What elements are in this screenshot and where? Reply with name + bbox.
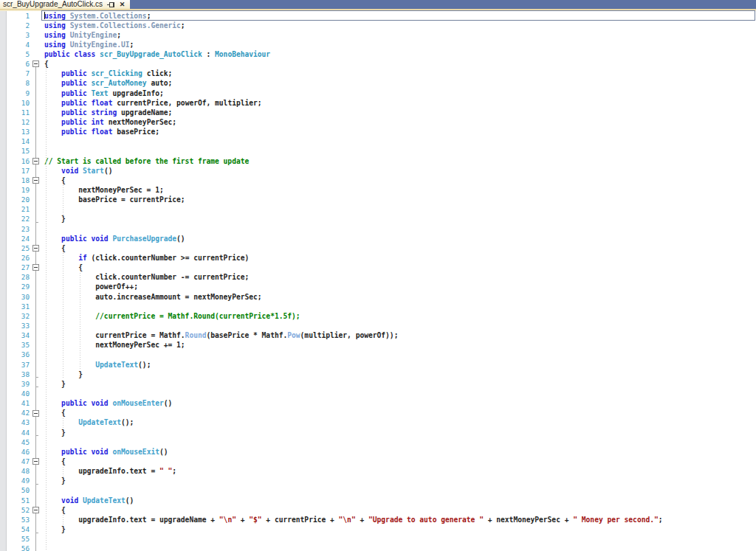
code-line[interactable]: 3using UnityEngine; bbox=[0, 30, 756, 40]
code-line[interactable]: 12 public int nextMoneyPerSec; bbox=[0, 117, 756, 127]
code-line[interactable]: 47 { bbox=[0, 457, 756, 466]
code-line[interactable]: 32 //currentPrice = Mathf.Round(currentP… bbox=[0, 311, 756, 321]
code-line[interactable]: 44 } bbox=[0, 428, 756, 437]
code-line[interactable]: 9 public Text upgradeInfo; bbox=[0, 89, 756, 98]
code-line[interactable]: 7 public scr_Clicking click; bbox=[0, 69, 756, 78]
line-number: 45 bbox=[0, 437, 30, 447]
code-text: powerOf++; bbox=[44, 282, 138, 291]
code-line[interactable]: 23 bbox=[0, 224, 756, 234]
code-line[interactable]: 33 bbox=[0, 321, 756, 330]
line-number: 30 bbox=[0, 292, 30, 302]
code-line[interactable]: 35 nextMoneyPerSec += 1; bbox=[0, 340, 756, 350]
code-line[interactable]: 49 } bbox=[0, 476, 756, 485]
code-text: nextMoneyPerSec += 1; bbox=[44, 340, 185, 350]
code-line[interactable]: 21 bbox=[0, 204, 756, 214]
code-line[interactable]: 38 } bbox=[0, 370, 756, 379]
fold-collapse-marker[interactable] bbox=[32, 458, 39, 465]
code-line[interactable]: 36 bbox=[0, 350, 756, 359]
code-line[interactable]: 10 public float currentPrice, powerOf, m… bbox=[0, 98, 756, 108]
code-line[interactable]: 18 { bbox=[0, 176, 756, 185]
code-text: } bbox=[44, 379, 66, 389]
code-line[interactable]: 45 bbox=[0, 437, 756, 447]
code-line[interactable]: 11 public string upgradeName; bbox=[0, 108, 756, 117]
code-line[interactable]: 28 click.counterNumber -= currentPrice; bbox=[0, 272, 756, 282]
fold-collapse-marker[interactable] bbox=[32, 158, 39, 164]
code-line[interactable]: 2using System.Collections.Generic; bbox=[0, 21, 756, 30]
code-line[interactable]: 4using UnityEngine.UI; bbox=[0, 40, 756, 49]
code-line[interactable]: 20 basePrice = currentPrice; bbox=[0, 195, 756, 204]
code-line[interactable]: 55 bbox=[0, 534, 756, 544]
fold-collapse-marker[interactable] bbox=[32, 507, 39, 513]
fold-region-end-tick bbox=[35, 435, 38, 436]
code-line[interactable]: 15 bbox=[0, 146, 756, 156]
fold-collapse-marker[interactable] bbox=[32, 245, 39, 252]
code-line[interactable]: 46 public void onMouseExit() bbox=[0, 447, 756, 457]
line-number: 3 bbox=[0, 30, 30, 40]
code-line[interactable]: 37 UpdateText(); bbox=[0, 360, 756, 370]
line-number: 19 bbox=[0, 185, 30, 195]
fold-region-end-tick bbox=[35, 222, 38, 223]
code-line[interactable]: 5public class scr_BuyUpgrade_AutoClick :… bbox=[0, 49, 756, 59]
code-line[interactable]: 6{ bbox=[0, 59, 756, 69]
code-line[interactable]: 13 public float basePrice; bbox=[0, 127, 756, 136]
code-line[interactable]: 30 auto.increaseAmmount = nextMoneyPerSe… bbox=[0, 292, 756, 302]
code-line[interactable]: 40 bbox=[0, 389, 756, 398]
line-number: 43 bbox=[0, 417, 30, 427]
code-line[interactable]: 17 void Start() bbox=[0, 166, 756, 176]
line-number: 37 bbox=[0, 360, 30, 370]
code-line[interactable]: 39 } bbox=[0, 379, 756, 389]
code-line[interactable]: 43 UpdateText(); bbox=[0, 417, 756, 427]
code-line[interactable]: 16// Start is called before the first fr… bbox=[0, 156, 756, 166]
code-line[interactable]: 19 nextMoneyPerSec = 1; bbox=[0, 185, 756, 195]
code-lines[interactable]: 1using System.Collections;2using System.… bbox=[0, 11, 756, 551]
line-number: 18 bbox=[0, 176, 30, 185]
code-line[interactable]: 48 upgradeInfo.text = " "; bbox=[0, 466, 756, 476]
indent-guide bbox=[63, 185, 63, 214]
fold-collapse-marker[interactable] bbox=[32, 410, 39, 417]
code-line[interactable]: 54 } bbox=[0, 524, 756, 534]
code-text: { bbox=[44, 408, 66, 417]
fold-region-end-tick bbox=[35, 377, 38, 378]
code-editor[interactable]: 1using System.Collections;2using System.… bbox=[0, 0, 756, 551]
line-number: 31 bbox=[0, 302, 30, 311]
code-line[interactable]: 51 void UpdateText() bbox=[0, 496, 756, 505]
code-line[interactable]: 8 public scr_AutoMoney auto; bbox=[0, 78, 756, 88]
code-line[interactable]: 50 bbox=[0, 485, 756, 495]
code-text: //currentPrice = Mathf.Round(currentPric… bbox=[44, 311, 300, 321]
code-line[interactable]: 52 { bbox=[0, 505, 756, 515]
code-text: basePrice = currentPrice; bbox=[44, 195, 185, 204]
line-number: 44 bbox=[0, 428, 30, 437]
line-number: 10 bbox=[0, 98, 30, 108]
line-number: 12 bbox=[0, 117, 30, 127]
code-line[interactable]: 56 bbox=[0, 544, 756, 551]
code-text: using UnityEngine.UI; bbox=[44, 40, 134, 49]
code-line[interactable]: 25 { bbox=[0, 243, 756, 253]
line-number: 4 bbox=[0, 40, 30, 49]
code-text: } bbox=[44, 428, 66, 437]
code-line[interactable]: 31 bbox=[0, 302, 756, 311]
line-number: 46 bbox=[0, 447, 30, 457]
code-line[interactable]: 53 upgradeInfo.text = upgradeName + "\n"… bbox=[0, 515, 756, 524]
code-line[interactable]: 41 public void onMouseEnter() bbox=[0, 398, 756, 408]
line-number: 40 bbox=[0, 389, 30, 398]
code-line[interactable]: 22 } bbox=[0, 214, 756, 223]
code-text: { bbox=[44, 176, 66, 185]
fold-region-end-tick bbox=[35, 387, 38, 387]
code-line[interactable]: 29 powerOf++; bbox=[0, 282, 756, 291]
code-line[interactable]: 27 { bbox=[0, 263, 756, 272]
code-line[interactable]: 14 bbox=[0, 136, 756, 146]
fold-region-line bbox=[35, 513, 36, 532]
code-line[interactable]: 26 if (click.counterNumber >= currentPri… bbox=[0, 253, 756, 263]
indent-guide bbox=[63, 467, 63, 477]
line-number: 2 bbox=[0, 21, 30, 30]
line-number: 5 bbox=[0, 49, 30, 59]
code-text: } bbox=[44, 524, 66, 534]
fold-collapse-marker[interactable] bbox=[32, 60, 39, 67]
fold-collapse-marker[interactable] bbox=[32, 177, 39, 184]
code-line[interactable]: 34 currentPrice = Mathf.Round(basePrice … bbox=[0, 330, 756, 340]
code-line[interactable]: 42 { bbox=[0, 408, 756, 417]
line-number: 20 bbox=[0, 195, 30, 204]
line-number: 24 bbox=[0, 234, 30, 243]
fold-collapse-marker[interactable] bbox=[32, 264, 39, 271]
code-line[interactable]: 24 public void PurchaseUpgrade() bbox=[0, 234, 756, 243]
